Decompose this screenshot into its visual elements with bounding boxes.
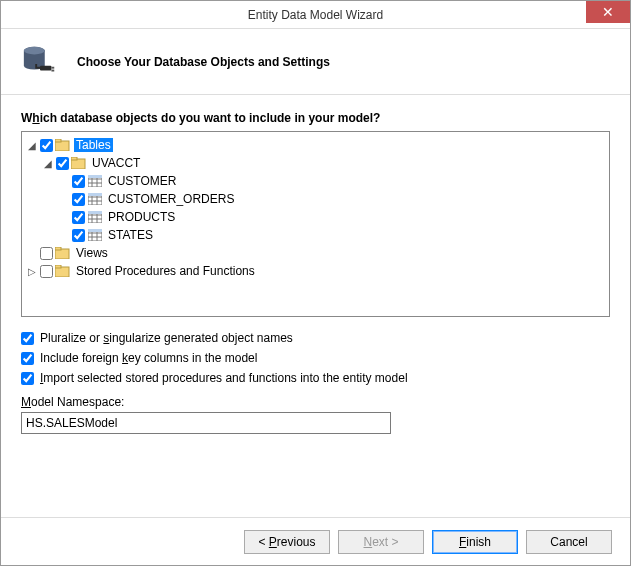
svg-rect-4 bbox=[51, 69, 54, 71]
table-checkbox[interactable] bbox=[72, 175, 85, 188]
svg-rect-14 bbox=[88, 175, 102, 178]
tree-node-sprocs[interactable]: ▷ Stored Procedures and Functions bbox=[24, 262, 607, 280]
table-label[interactable]: CUSTOMER_ORDERS bbox=[106, 192, 236, 206]
page-title: Choose Your Database Objects and Setting… bbox=[77, 55, 330, 69]
table-label[interactable]: STATES bbox=[106, 228, 155, 242]
svg-rect-3 bbox=[51, 66, 54, 68]
tree-node-table[interactable]: STATES bbox=[24, 226, 607, 244]
schema-folder-icon bbox=[71, 156, 87, 170]
prompt-label: Which database objects do you want to in… bbox=[21, 111, 610, 125]
tree-node-views[interactable]: Views bbox=[24, 244, 607, 262]
table-icon bbox=[87, 210, 103, 224]
options-group: Pluralize or singularize generated objec… bbox=[21, 331, 610, 385]
schema-label[interactable]: UVACCT bbox=[90, 156, 142, 170]
table-icon bbox=[87, 174, 103, 188]
content-area: Which database objects do you want to in… bbox=[1, 95, 630, 442]
tree-node-table[interactable]: PRODUCTS bbox=[24, 208, 607, 226]
window-title: Entity Data Model Wizard bbox=[1, 8, 630, 22]
table-icon bbox=[87, 192, 103, 206]
close-button[interactable]: ✕ bbox=[586, 1, 630, 23]
svg-rect-32 bbox=[88, 229, 102, 232]
expander-icon[interactable]: ◢ bbox=[24, 140, 40, 151]
tree-node-table[interactable]: CUSTOMER_ORDERS bbox=[24, 190, 607, 208]
import-sprocs-checkbox[interactable] bbox=[21, 372, 34, 385]
pluralize-label[interactable]: Pluralize or singularize generated objec… bbox=[40, 331, 293, 345]
titlebar: Entity Data Model Wizard ✕ bbox=[1, 1, 630, 29]
views-label[interactable]: Views bbox=[74, 246, 110, 260]
finish-button[interactable]: Finish bbox=[432, 530, 518, 554]
svg-rect-36 bbox=[55, 265, 61, 268]
foreign-key-label[interactable]: Include foreign key columns in the model bbox=[40, 351, 257, 365]
previous-button[interactable]: < Previous bbox=[244, 530, 330, 554]
tree-node-schema[interactable]: ◢ UVACCT bbox=[24, 154, 607, 172]
svg-point-1 bbox=[24, 46, 45, 54]
next-button: Next > bbox=[338, 530, 424, 554]
svg-rect-6 bbox=[55, 139, 61, 142]
namespace-label: Model Namespace: bbox=[21, 395, 610, 409]
svg-rect-2 bbox=[40, 65, 51, 70]
tables-checkbox[interactable] bbox=[40, 139, 53, 152]
cancel-button[interactable]: Cancel bbox=[526, 530, 612, 554]
namespace-input[interactable] bbox=[21, 412, 391, 434]
schema-checkbox[interactable] bbox=[56, 157, 69, 170]
sprocs-checkbox[interactable] bbox=[40, 265, 53, 278]
table-label[interactable]: CUSTOMER bbox=[106, 174, 178, 188]
wizard-footer: < Previous Next > Finish Cancel bbox=[1, 517, 630, 565]
table-icon bbox=[87, 228, 103, 242]
tree-node-tables[interactable]: ◢ Tables bbox=[24, 136, 607, 154]
foreign-key-checkbox[interactable] bbox=[21, 352, 34, 365]
database-icon bbox=[21, 43, 59, 81]
tables-label[interactable]: Tables bbox=[74, 138, 113, 152]
wizard-header: Choose Your Database Objects and Setting… bbox=[1, 29, 630, 95]
sprocs-folder-icon bbox=[55, 264, 71, 278]
import-sprocs-label[interactable]: Import selected stored procedures and fu… bbox=[40, 371, 408, 385]
objects-tree[interactable]: ◢ Tables ◢ UVACCT CUSTOMER bbox=[21, 131, 610, 317]
svg-rect-34 bbox=[55, 247, 61, 250]
tables-folder-icon bbox=[55, 138, 71, 152]
expander-icon[interactable]: ◢ bbox=[40, 158, 56, 169]
expander-placeholder bbox=[24, 248, 40, 259]
svg-rect-8 bbox=[71, 157, 77, 160]
expander-icon[interactable]: ▷ bbox=[24, 266, 40, 277]
table-checkbox[interactable] bbox=[72, 211, 85, 224]
table-checkbox[interactable] bbox=[72, 193, 85, 206]
tree-node-table[interactable]: CUSTOMER bbox=[24, 172, 607, 190]
svg-rect-26 bbox=[88, 211, 102, 214]
table-checkbox[interactable] bbox=[72, 229, 85, 242]
svg-rect-20 bbox=[88, 193, 102, 196]
close-icon: ✕ bbox=[602, 5, 614, 19]
sprocs-label[interactable]: Stored Procedures and Functions bbox=[74, 264, 257, 278]
table-label[interactable]: PRODUCTS bbox=[106, 210, 177, 224]
pluralize-checkbox[interactable] bbox=[21, 332, 34, 345]
views-checkbox[interactable] bbox=[40, 247, 53, 260]
views-folder-icon bbox=[55, 246, 71, 260]
